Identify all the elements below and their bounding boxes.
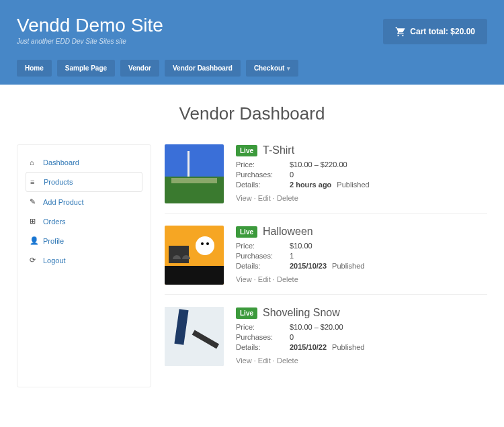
product-row: Live Shoveling Snow Price:$10.00 – $20.0…	[165, 307, 487, 375]
product-list: Live T-Shirt Price:$10.00 – $220.00 Purc…	[165, 144, 487, 387]
svg-point-7	[201, 242, 204, 245]
cart-button[interactable]: Cart total: $20.00	[383, 19, 487, 44]
meta-label-price: Price:	[236, 160, 290, 169]
meta-value-purchases: 0	[290, 333, 294, 341]
action-delete[interactable]: Delete	[277, 275, 298, 283]
sidebar-item-orders[interactable]: ⊞Orders	[26, 211, 142, 231]
svg-point-8	[206, 242, 209, 245]
meta-value-status: Published	[332, 343, 364, 351]
cart-icon	[395, 27, 406, 36]
status-badge: Live	[236, 307, 257, 319]
meta-label-details: Details:	[236, 181, 290, 189]
meta-value-purchases: 0	[290, 171, 294, 179]
product-row: Live Halloween Price:$10.00 Purchases:1 …	[165, 226, 487, 295]
action-view[interactable]: View	[236, 275, 252, 283]
svg-rect-3	[187, 151, 190, 177]
action-view[interactable]: View	[236, 194, 252, 202]
meta-label-purchases: Purchases:	[236, 171, 290, 179]
meta-value-status: Published	[332, 262, 364, 270]
sidebar-item-profile[interactable]: 👤Profile	[26, 231, 142, 250]
action-view[interactable]: View	[236, 357, 252, 365]
product-row: Live T-Shirt Price:$10.00 – $220.00 Purc…	[165, 144, 487, 214]
svg-rect-5	[165, 266, 224, 285]
svg-rect-2	[171, 178, 217, 183]
meta-value-time: 2 hours ago	[290, 181, 331, 189]
product-thumbnail[interactable]	[165, 226, 224, 285]
action-edit[interactable]: Edit	[258, 275, 271, 283]
status-badge: Live	[236, 145, 257, 156]
sidebar: ⌂Dashboard ≡Products ✎Add Product ⊞Order…	[17, 144, 151, 387]
logout-icon: ⟳	[30, 256, 38, 265]
action-delete[interactable]: Delete	[277, 194, 298, 202]
status-badge: Live	[236, 226, 257, 238]
list-icon: ≡	[30, 178, 38, 186]
sidebar-item-add-product[interactable]: ✎Add Product	[26, 192, 142, 211]
svg-rect-0	[165, 144, 224, 177]
meta-label-details: Details:	[236, 343, 290, 351]
meta-value-status: Published	[337, 181, 369, 189]
page-title: Vendor Dashboard	[0, 103, 504, 124]
user-icon: 👤	[30, 236, 38, 245]
meta-label-price: Price:	[236, 242, 290, 250]
meta-value-time: 2015/10/23	[290, 262, 327, 270]
meta-value-time: 2015/10/22	[290, 343, 327, 351]
nav-sample-page[interactable]: Sample Page	[57, 60, 115, 77]
svg-rect-10	[165, 307, 224, 366]
meta-label-purchases: Purchases:	[236, 333, 290, 341]
pencil-icon: ✎	[30, 197, 38, 206]
product-thumbnail[interactable]	[165, 144, 224, 203]
chevron-down-icon: ▾	[287, 65, 290, 72]
svg-rect-9	[169, 246, 189, 263]
sidebar-item-logout[interactable]: ⟳Logout	[26, 250, 142, 270]
meta-value-price: $10.00	[290, 242, 312, 250]
meta-value-price: $10.00 – $20.00	[290, 323, 343, 331]
nav-home[interactable]: Home	[17, 60, 52, 77]
meta-label-purchases: Purchases:	[236, 252, 290, 260]
meta-value-price: $10.00 – $220.00	[290, 160, 347, 169]
action-delete[interactable]: Delete	[277, 357, 298, 365]
sidebar-item-dashboard[interactable]: ⌂Dashboard	[26, 153, 142, 172]
nav-checkout[interactable]: Checkout▾	[246, 60, 299, 77]
sidebar-item-products[interactable]: ≡Products	[26, 172, 142, 192]
nav-vendor[interactable]: Vendor	[120, 60, 159, 77]
product-title[interactable]: Shoveling Snow	[263, 307, 340, 319]
primary-nav: Home Sample Page Vendor Vendor Dashboard…	[17, 60, 487, 85]
action-edit[interactable]: Edit	[258, 357, 271, 365]
product-title[interactable]: Halloween	[263, 226, 313, 238]
grid-icon: ⊞	[30, 217, 38, 226]
meta-label-price: Price:	[236, 323, 290, 331]
meta-value-purchases: 1	[290, 252, 294, 260]
product-title[interactable]: T-Shirt	[263, 144, 294, 156]
cart-label: Cart total: $20.00	[410, 27, 475, 36]
meta-label-details: Details:	[236, 262, 290, 270]
nav-vendor-dashboard[interactable]: Vendor Dashboard	[165, 60, 241, 77]
svg-point-6	[196, 236, 214, 255]
home-icon: ⌂	[30, 158, 38, 167]
product-thumbnail[interactable]	[165, 307, 224, 366]
action-edit[interactable]: Edit	[258, 194, 271, 202]
